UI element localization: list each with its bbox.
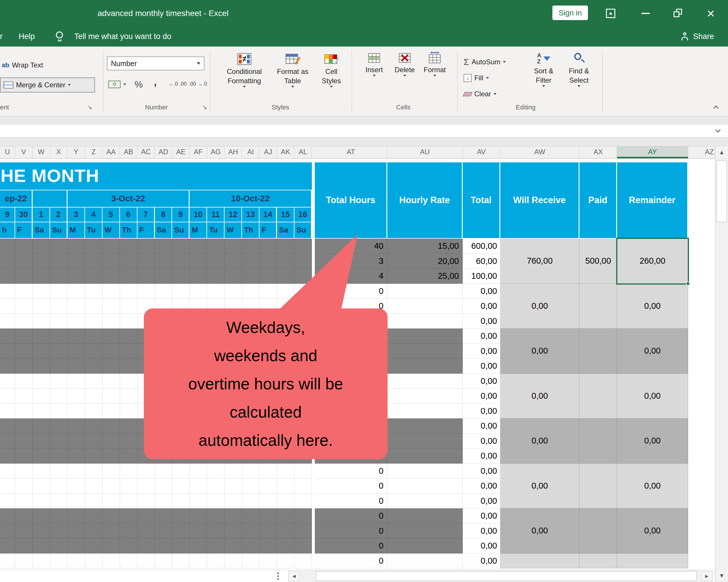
col-header-AI[interactable]: AI: [242, 146, 259, 158]
decrease-decimal-button[interactable]: .00 →.0: [189, 81, 207, 87]
day-cell[interactable]: [120, 464, 137, 479]
day-cell[interactable]: [120, 388, 137, 404]
formula-bar-expand-icon[interactable]: [715, 127, 721, 132]
day-number-cell[interactable]: 9: [172, 207, 189, 222]
day-cell[interactable]: [120, 404, 137, 419]
day-cell[interactable]: [242, 239, 259, 254]
col-header-AW[interactable]: AW: [500, 146, 579, 158]
summary-header-AW[interactable]: Will Receive: [500, 162, 579, 239]
day-cell[interactable]: [225, 269, 242, 284]
day-cell[interactable]: [33, 508, 50, 524]
day-cell[interactable]: [15, 538, 33, 553]
day-cell[interactable]: [85, 359, 103, 373]
col-header-AY[interactable]: AY: [617, 146, 688, 158]
day-cell[interactable]: [137, 254, 155, 269]
col-header-AJ[interactable]: AJ: [259, 146, 277, 158]
cell-hourly-rate[interactable]: [387, 314, 463, 329]
day-cell[interactable]: [155, 239, 173, 254]
cell-total[interactable]: 0,00: [463, 373, 500, 389]
day-cell[interactable]: [189, 239, 207, 254]
scroll-left-button[interactable]: ◄: [288, 571, 300, 581]
day-cell[interactable]: [15, 388, 33, 404]
cell-total[interactable]: 100,00: [463, 269, 500, 284]
day-cell[interactable]: [103, 314, 120, 329]
day-cell[interactable]: [120, 344, 137, 359]
collapse-ribbon-button[interactable]: [713, 105, 719, 111]
day-cell[interactable]: [242, 284, 259, 299]
day-cell[interactable]: [103, 373, 120, 389]
day-cell[interactable]: [155, 494, 173, 509]
cell-total-hours[interactable]: 0: [315, 464, 387, 479]
insert-cells-button[interactable]: Insert: [360, 51, 388, 77]
col-header-U[interactable]: U: [0, 146, 15, 158]
day-cell[interactable]: [172, 239, 189, 254]
day-name-cell[interactable]: M: [189, 222, 207, 239]
cell-hourly-rate[interactable]: 15,00: [387, 239, 463, 254]
cell-total[interactable]: 0,00: [463, 418, 500, 434]
fill-button[interactable]: ↓ Fill: [464, 71, 489, 85]
day-cell[interactable]: [85, 388, 103, 404]
day-cell[interactable]: [0, 284, 15, 299]
day-cell[interactable]: [50, 418, 68, 434]
cell-remainder[interactable]: 0,00: [617, 373, 688, 419]
day-cell[interactable]: [15, 448, 33, 464]
day-cell[interactable]: [85, 508, 103, 524]
cell-will-receive[interactable]: 0,00: [500, 508, 579, 553]
cell-hourly-rate[interactable]: [387, 478, 463, 494]
cell-will-receive[interactable]: 0,00: [500, 418, 579, 464]
day-cell[interactable]: [259, 478, 277, 494]
day-number-cell[interactable]: 15: [277, 207, 294, 222]
day-cell[interactable]: [207, 553, 225, 569]
day-cell[interactable]: [120, 434, 137, 449]
day-cell[interactable]: [155, 464, 173, 479]
day-cell[interactable]: [259, 553, 277, 569]
day-cell[interactable]: [225, 239, 242, 254]
cell-remainder[interactable]: 260,00: [617, 239, 688, 284]
col-header-AC[interactable]: AC: [137, 146, 155, 158]
day-cell[interactable]: [15, 404, 33, 419]
day-number-cell[interactable]: 2: [50, 207, 68, 222]
cell-total-hours[interactable]: 0: [315, 553, 387, 569]
day-cell[interactable]: [172, 464, 189, 479]
day-cell[interactable]: [68, 299, 85, 314]
formula-bar[interactable]: [0, 124, 728, 137]
day-cell[interactable]: [15, 299, 33, 314]
day-number-cell[interactable]: 1: [33, 207, 50, 222]
day-number-cell[interactable]: 30: [15, 207, 33, 222]
day-number-cell[interactable]: 3: [68, 207, 85, 222]
cell-hourly-rate[interactable]: [387, 524, 463, 538]
col-header-AX[interactable]: AX: [579, 146, 617, 158]
day-cell[interactable]: [103, 404, 120, 419]
day-cell[interactable]: [225, 494, 242, 509]
day-name-cell[interactable]: Th: [120, 222, 137, 239]
day-cell[interactable]: [242, 269, 259, 284]
cell-hourly-rate[interactable]: [387, 284, 463, 299]
day-cell[interactable]: [207, 239, 225, 254]
day-cell[interactable]: [189, 553, 207, 569]
vertical-scroll-thumb[interactable]: [717, 160, 727, 222]
day-cell[interactable]: [68, 344, 85, 359]
day-cell[interactable]: [137, 538, 155, 553]
day-cell[interactable]: [0, 404, 15, 419]
cell-total[interactable]: 0,00: [463, 344, 500, 359]
cell-total-hours[interactable]: 0: [315, 508, 387, 524]
day-cell[interactable]: [33, 494, 50, 509]
format-as-table-button[interactable]: Format as Table: [272, 51, 313, 88]
day-cell[interactable]: [155, 524, 173, 538]
cell-paid[interactable]: [579, 418, 617, 464]
day-cell[interactable]: [68, 524, 85, 538]
cell-hourly-rate[interactable]: [387, 373, 463, 389]
day-cell[interactable]: [0, 373, 15, 389]
day-cell[interactable]: [103, 448, 120, 464]
day-cell[interactable]: [85, 299, 103, 314]
ribbon-display-options-button[interactable]: [600, 0, 621, 26]
day-cell[interactable]: [0, 329, 15, 344]
tell-me-box[interactable]: Tell me what you want to do: [74, 26, 171, 47]
day-cell[interactable]: [15, 434, 33, 449]
day-cell[interactable]: [242, 254, 259, 269]
day-cell[interactable]: [33, 404, 50, 419]
day-cell[interactable]: [103, 344, 120, 359]
wrap-text-button[interactable]: ab Wrap Text: [2, 59, 43, 72]
day-cell[interactable]: [120, 239, 137, 254]
day-number-cell[interactable]: 6: [120, 207, 137, 222]
